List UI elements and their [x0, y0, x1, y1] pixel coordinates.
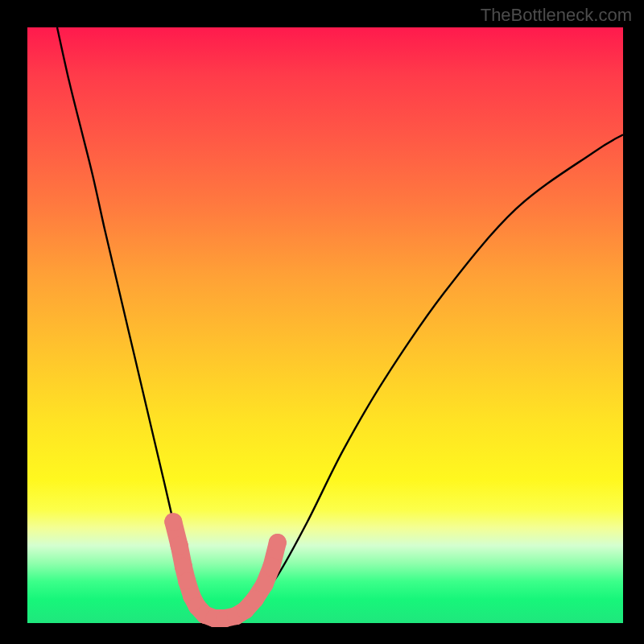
v-curve-line [57, 27, 623, 618]
curve-marker [256, 576, 274, 593]
plot-area [27, 27, 623, 623]
curve-marker [262, 558, 280, 576]
curve-marker [171, 537, 188, 555]
chart-frame: TheBottleneck.com [0, 0, 644, 644]
watermark-text: TheBottleneck.com [481, 5, 632, 26]
curve-svg [27, 27, 623, 623]
curve-marker [164, 513, 182, 530]
curve-marker [269, 534, 287, 551]
curve-marker [246, 590, 264, 608]
curve-marker [175, 558, 192, 576]
curve-markers [164, 513, 286, 627]
